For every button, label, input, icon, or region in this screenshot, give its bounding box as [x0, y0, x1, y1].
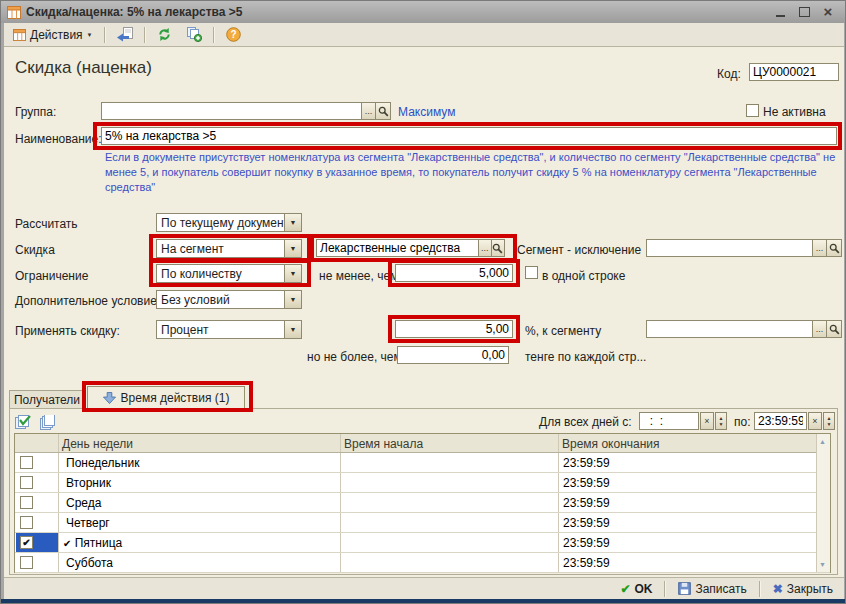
apply-segment-input[interactable] [646, 320, 812, 338]
end-cell: 23:59:59 [563, 556, 610, 570]
table-scrollbar[interactable]: ▲ ▼ [816, 434, 830, 572]
tab-recipients-label: Получатели [14, 393, 80, 407]
close-form-button[interactable]: ✖ Закрыть [766, 581, 840, 597]
ok-button[interactable]: ✔ OK [613, 581, 659, 597]
max-value-input[interactable] [397, 346, 509, 364]
time-to-input[interactable] [754, 412, 807, 430]
segment-exclusion-search-button[interactable] [827, 239, 842, 257]
maximize-button[interactable] [797, 5, 811, 19]
discount-type-value: На сегмент [156, 239, 284, 258]
extra-cond-combo[interactable]: Без условий ▼ [156, 290, 302, 309]
row-checkbox[interactable] [20, 496, 33, 509]
row-checkbox[interactable] [20, 556, 33, 569]
scroll-down-icon[interactable]: ▼ [819, 561, 826, 568]
table-row-monday[interactable]: Понедельник 23:59:59 [15, 453, 830, 473]
reread-icon [117, 27, 133, 42]
refresh-icon [157, 27, 172, 42]
col-end[interactable]: Время окончания [562, 437, 660, 451]
time-to-clear-button[interactable]: × [808, 412, 822, 430]
end-cell: 23:59:59 [563, 496, 610, 510]
name-input[interactable] [101, 127, 837, 145]
apply-value-input[interactable] [395, 320, 513, 338]
limit-label: Ограничение [15, 269, 88, 283]
maximum-link[interactable]: Максимум [398, 105, 455, 119]
table-row-wednesday[interactable]: Среда 23:59:59 [15, 493, 830, 513]
discount-segment-search-button[interactable] [492, 239, 505, 257]
time-from-clear-button[interactable]: × [700, 412, 714, 430]
ok-check-icon: ✔ [620, 582, 630, 596]
day-cell: Четверг [66, 516, 110, 530]
apply-segment-select-button[interactable]: ... [812, 320, 827, 338]
group-input[interactable] [101, 102, 361, 120]
row-checkbox[interactable] [20, 456, 33, 469]
time-from-spinner[interactable]: ▲▼ [715, 412, 727, 430]
col-day[interactable]: День недели [62, 437, 133, 451]
app-icon [7, 6, 21, 19]
scroll-up-icon[interactable]: ▲ [819, 438, 826, 445]
time-to-spinner[interactable]: ▲▼ [823, 412, 835, 430]
code-field[interactable] [749, 63, 839, 81]
one-line-checkbox[interactable] [525, 266, 538, 279]
tab-time[interactable]: Время действия (1) [87, 386, 245, 409]
extra-cond-value: Без условий [156, 290, 284, 309]
calc-combo[interactable]: По текущему документу ▼ [156, 213, 302, 232]
minimize-button[interactable] [773, 5, 787, 19]
discount-segment-input[interactable] [316, 239, 478, 257]
discount-segment-select-button[interactable]: ... [478, 239, 492, 257]
actions-menu[interactable]: Действия ▼ [8, 25, 98, 45]
refresh-button[interactable] [152, 24, 177, 45]
table-row-saturday[interactable]: Суббота 23:59:59 [15, 553, 830, 573]
end-cell: 23:59:59 [563, 516, 610, 530]
discount-segment-field: ... [316, 239, 505, 257]
limit-cond-label: не менее, чем [319, 269, 398, 283]
calc-combo-value: По текущему документу [156, 213, 284, 232]
row-checkbox[interactable]: ✔ [20, 536, 33, 549]
down-arrow-icon [103, 392, 116, 404]
help-button[interactable]: ? [221, 24, 246, 45]
svg-text:?: ? [230, 29, 236, 40]
apply-type-combo[interactable]: Процент ▼ [156, 320, 302, 339]
check-all-button[interactable] [13, 413, 33, 431]
close-button[interactable]: × [821, 5, 835, 19]
max-suffix-label: тенге по каждой стр... [525, 350, 646, 364]
footer-bar: ✔ OK Записать ✖ Закрыть [4, 577, 844, 599]
time-from-input[interactable] [639, 412, 699, 430]
copy-button[interactable] [181, 24, 207, 45]
uncheck-all-button[interactable] [37, 413, 57, 431]
table-row-tuesday[interactable]: Вторник 23:59:59 [15, 473, 830, 493]
table-row-thursday[interactable]: Четверг 23:59:59 [15, 513, 830, 533]
apply-segment-search-button[interactable] [827, 320, 842, 338]
save-button[interactable]: Записать [671, 581, 753, 597]
tab-recipients[interactable]: Получатели [9, 390, 85, 409]
limit-type-combo[interactable]: По количеству ▼ [156, 264, 302, 283]
save-label: Записать [695, 582, 746, 596]
discount-type-combo[interactable]: На сегмент ▼ [156, 239, 302, 258]
col-start[interactable]: Время начала [344, 437, 423, 451]
segment-exclusion-input[interactable] [646, 239, 812, 257]
one-line-label: в одной строке [542, 269, 625, 283]
day-cell: ✔ Пятница [63, 536, 122, 550]
limit-value-input[interactable] [395, 264, 513, 282]
inactive-checkbox[interactable] [746, 104, 759, 117]
group-select-button[interactable]: ... [361, 102, 376, 120]
magnifier-icon [492, 243, 503, 254]
extra-cond-arrow-icon[interactable]: ▼ [284, 290, 302, 309]
calc-combo-arrow-icon[interactable]: ▼ [284, 213, 302, 232]
apply-type-arrow-icon[interactable]: ▼ [284, 320, 302, 339]
end-cell: 23:59:59 [563, 456, 610, 470]
table-row-friday[interactable]: ✔ ✔ Пятница 23:59:59 [15, 533, 830, 553]
max-label: но не более, чем [307, 350, 393, 364]
limit-type-arrow-icon[interactable]: ▼ [284, 264, 302, 283]
close-label: Закрыть [787, 582, 833, 596]
magnifier-icon [829, 243, 840, 254]
end-cell: 23:59:59 [563, 476, 610, 490]
row-checkbox[interactable] [20, 516, 33, 529]
group-search-button[interactable] [376, 102, 391, 120]
apply-suffix-label: %, к сегменту [525, 324, 601, 338]
toolbar-separator [144, 27, 146, 43]
discount-type-arrow-icon[interactable]: ▼ [284, 239, 302, 258]
row-mark: ✔ [63, 538, 71, 549]
segment-exclusion-select-button[interactable]: ... [812, 239, 827, 257]
row-checkbox[interactable] [20, 476, 33, 489]
reread-button[interactable] [112, 24, 138, 45]
